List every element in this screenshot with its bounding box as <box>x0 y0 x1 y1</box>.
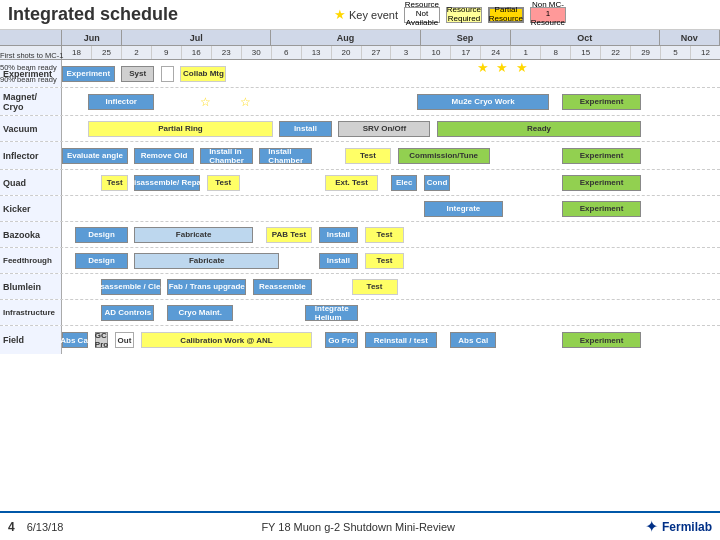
bar-reinstall-test: Reinstall / test <box>365 332 437 348</box>
date-25: 25 <box>92 46 122 59</box>
date-2: 2 <box>122 46 152 59</box>
bar-experiment-mag: Experiment <box>562 94 641 110</box>
row-blumlein: Blumlein Disassemble / Clean Fab / Trans… <box>0 274 720 300</box>
date-13: 13 <box>302 46 332 59</box>
date-29: 29 <box>631 46 661 59</box>
bar-ad-controls: AD Controls <box>101 305 154 321</box>
legend-resource-not: Resource NotAvailable <box>404 7 440 23</box>
star-50-beam: ★ <box>496 60 508 75</box>
bar-gc-pro: GCPro <box>95 332 108 348</box>
bar-mu2e-cryo: Mu2e Cryo Work <box>417 94 549 110</box>
date-corner <box>0 46 62 59</box>
content-quad: Test Disassemble/ Repair Test Ext. Test … <box>62 170 720 195</box>
row-feedthrough: Feedthrough Design Fabricate Install Tes… <box>0 248 720 274</box>
content-area: Experiment Experiment Syst Collab Mtg ★ … <box>0 60 720 511</box>
key-event-label: ★ Key event <box>334 7 398 22</box>
bar-fabricate-feed: Fabricate <box>134 253 279 269</box>
fermilab-icon: ✦ <box>645 517 658 536</box>
month-nov: Nov <box>660 30 720 45</box>
bar-install-baz: Install <box>319 227 358 243</box>
bar-test-blum: Test <box>352 279 398 295</box>
date-30: 30 <box>242 46 272 59</box>
fermilab-logo-text: Fermilab <box>662 520 712 534</box>
row-magnet-cryo: Magnet/Cryo Inflector ☆ ☆ Mu2e Cryo Work… <box>0 88 720 116</box>
corner-cell <box>0 30 62 45</box>
bar-blank <box>161 66 174 82</box>
bar-test-feed: Test <box>365 253 404 269</box>
date-15: 15 <box>571 46 601 59</box>
bar-disassemble-blum: Disassemble / Clean <box>101 279 160 295</box>
label-magnet-cryo: Magnet/Cryo <box>0 88 62 115</box>
date-16: 16 <box>182 46 212 59</box>
content-inflector: Evaluate angle Remove Old Install inCham… <box>62 142 720 169</box>
bar-calibration-anl: Calibration Work @ ANL <box>141 332 312 348</box>
bar-test-quad: Test <box>101 175 127 191</box>
row-kicker: Kicker Integrate Experiment <box>0 196 720 222</box>
footer-date: 6/13/18 <box>27 521 64 533</box>
label-feedthrough: Feedthrough <box>0 248 62 273</box>
date-17: 17 <box>451 46 481 59</box>
footer-logo-area: ✦ Fermilab <box>645 517 712 536</box>
label-bazooka: Bazooka <box>0 222 62 247</box>
legend-partial: Partial Resource <box>488 7 524 23</box>
bar-go-pro: Go Pro <box>325 332 358 348</box>
footer-page-num: 4 <box>8 520 15 534</box>
content-blumlein: Disassemble / Clean Fab / Trans upgrade … <box>62 274 720 299</box>
timeline: Jun Jul Aug Sep Oct Nov 18 25 2 9 16 23 … <box>0 30 720 511</box>
bar-pab-test: PAB Test <box>266 227 312 243</box>
row-vacuum: Vacuum Partial Ring Install SRV On/Off R… <box>0 116 720 142</box>
month-aug: Aug <box>271 30 420 45</box>
row-field: Field Abs Cal GCPro Out Calibration Work… <box>0 326 720 354</box>
row-quad: Quad Test Disassemble/ Repair Test Ext. … <box>0 170 720 196</box>
key-event-star: ★ <box>334 7 346 22</box>
label-kicker: Kicker <box>0 196 62 221</box>
label-quad: Quad <box>0 170 62 195</box>
date-5: 5 <box>661 46 691 59</box>
bar-reassemble: Reassemble <box>253 279 312 295</box>
bar-experiment-kicker: Experiment <box>562 201 641 217</box>
bar-inflector: Inflector <box>88 94 154 110</box>
legend-box-resource-not: Resource NotAvailable <box>404 7 440 23</box>
month-oct: Oct <box>511 30 660 45</box>
row-infrastructure: Infrastructure AD Controls Cryo Maint. I… <box>0 300 720 326</box>
row-bazooka: Bazooka Design Fabricate PAB Test Instal… <box>0 222 720 248</box>
bar-test-quad2: Test <box>207 175 240 191</box>
content-experiment: Experiment Syst Collab Mtg ★ ★ ★ <box>62 60 720 87</box>
page: Integrated schedule ★ Key event Resource… <box>0 0 720 540</box>
date-6: 6 <box>272 46 302 59</box>
bar-install-chamber: Install inChamber <box>200 148 253 164</box>
header: Integrated schedule ★ Key event Resource… <box>0 0 720 30</box>
footer: 4 6/13/18 FY 18 Muon g-2 Shutdown Mini-R… <box>0 511 720 540</box>
legend-items: Resource NotAvailable ResourceRequired P… <box>404 7 566 23</box>
page-title: Integrated schedule <box>8 4 188 25</box>
content-kicker: Integrate Experiment <box>62 196 720 221</box>
bar-commission-tune: Commission/Tune <box>398 148 490 164</box>
date-23: 23 <box>212 46 242 59</box>
bar-experiment-quad: Experiment <box>562 175 641 191</box>
bar-syst: Syst <box>121 66 154 82</box>
bar-abs-cal-1: Abs Cal <box>62 332 88 348</box>
bar-ready: Ready <box>437 121 641 137</box>
bar-install-vac: Install <box>279 121 332 137</box>
bar-abs-cal-2: Abs Cal <box>450 332 496 348</box>
month-sep: Sep <box>421 30 511 45</box>
bar-elec: Elec <box>391 175 417 191</box>
bar-srv-onoff: SRV On/Off <box>338 121 430 137</box>
legend-box-partial: Partial Resource <box>488 7 524 23</box>
content-infrastructure: AD Controls Cryo Maint. IntegrateHelium <box>62 300 720 325</box>
date-24: 24 <box>481 46 511 59</box>
date-27: 27 <box>362 46 392 59</box>
bar-test-baz: Test <box>365 227 404 243</box>
legend-non-mc1: Non MC-1Resource <box>530 7 566 23</box>
bar-remove-old: Remove Old <box>134 148 193 164</box>
label-vacuum: Vacuum <box>0 116 62 141</box>
bar-collab-mtg: Collab Mtg <box>180 66 226 82</box>
bar-install-chamber2: InstallChamber <box>259 148 312 164</box>
bar-fabricate-baz: Fabricate <box>134 227 252 243</box>
legend-resource-required: ResourceRequired <box>446 7 482 23</box>
label-infrastructure: Infrastructure <box>0 300 62 325</box>
legend-box-non-mc1: Non MC-1Resource <box>530 7 566 23</box>
month-jun: Jun <box>62 30 122 45</box>
label-field: Field <box>0 326 62 354</box>
bar-fab-trans: Fab / Trans upgrade <box>167 279 246 295</box>
